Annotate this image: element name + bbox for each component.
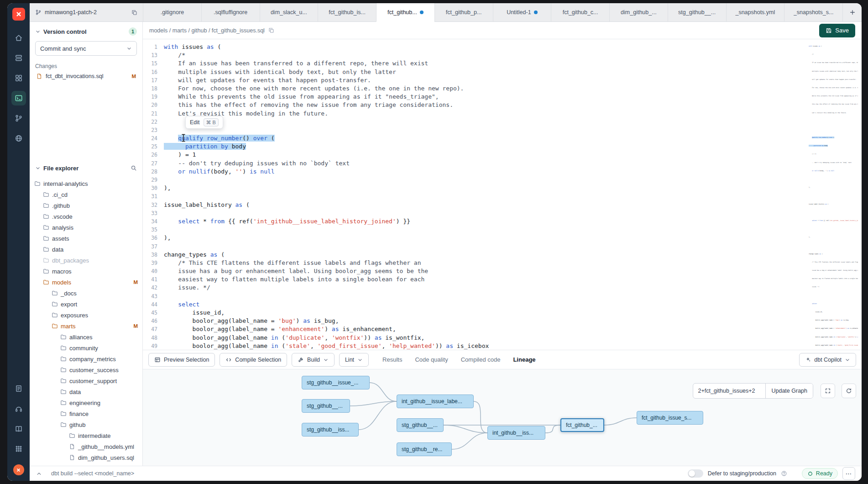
tree-item-data[interactable]: data xyxy=(33,244,140,255)
tree-item-data[interactable]: data xyxy=(33,386,140,397)
branch-widget[interactable]: mirnawong1-patch-2 xyxy=(30,3,143,21)
expand-command-bar-icon[interactable] xyxy=(36,471,42,477)
dbt-logo-bottom-icon[interactable] xyxy=(13,464,24,475)
tree-item-assets[interactable]: assets xyxy=(33,233,140,244)
tree-item-internal-analytics[interactable]: internal-analytics xyxy=(33,178,140,189)
defer-toggle[interactable] xyxy=(688,469,703,478)
panel-tab-compiled-code[interactable]: Compiled code xyxy=(461,350,501,369)
dbt-logo[interactable] xyxy=(12,8,25,21)
lineage-node[interactable]: stg_github__issue_... xyxy=(302,376,370,389)
headset-icon[interactable] xyxy=(11,401,26,416)
file-icon xyxy=(36,73,42,79)
lineage-node[interactable]: stg_github__... xyxy=(302,399,350,413)
tab-dim-github[interactable]: dim_github_... xyxy=(609,3,668,21)
help-icon[interactable] xyxy=(781,470,787,477)
file-explorer-header[interactable]: File explorer xyxy=(30,159,142,177)
more-options-button[interactable]: ⋯ xyxy=(842,467,855,480)
tree-item-engineering[interactable]: engineering xyxy=(33,397,140,408)
lineage-canvas[interactable]: stg_github__issue_...stg_github__...stg_… xyxy=(143,369,862,466)
panel-tab-lineage[interactable]: Lineage xyxy=(513,350,535,369)
tab-Untitled-1[interactable]: Untitled-1 xyxy=(493,3,551,21)
stack-icon[interactable] xyxy=(11,51,26,65)
apps-icon[interactable] xyxy=(11,442,26,456)
branch-icon[interactable] xyxy=(11,111,26,126)
edit-tooltip[interactable]: Edit ⌘ B xyxy=(185,116,223,129)
code-line: or nullif(body, '') is null xyxy=(164,168,275,176)
tab-stg-github[interactable]: stg_github__... xyxy=(668,3,726,21)
save-button[interactable]: Save xyxy=(819,24,855,37)
tree-item-customer-success[interactable]: customer_success xyxy=(33,364,140,375)
dbt-copilot-button[interactable]: dbt Copilot xyxy=(799,353,856,367)
tab-dim-slack-u[interactable]: dim_slack_u... xyxy=(260,3,318,21)
lineage-node[interactable]: fct_github_issue_s... xyxy=(637,411,703,425)
commit-and-sync-button[interactable]: Commit and sync xyxy=(35,41,137,56)
fullscreen-icon[interactable] xyxy=(821,384,835,398)
lineage-node[interactable]: fct_github_... xyxy=(560,418,604,432)
tab-snapshots-s[interactable]: _snapshots_s... xyxy=(784,3,842,21)
notebook-icon[interactable] xyxy=(11,381,26,396)
line-number: 28 xyxy=(143,168,164,176)
tab-fct-github[interactable]: fct_github... xyxy=(376,3,434,22)
home-icon[interactable] xyxy=(11,31,26,45)
tree-item-macros[interactable]: macros xyxy=(33,266,140,277)
new-tab-button[interactable] xyxy=(842,3,862,21)
status-badge[interactable]: Ready xyxy=(802,468,838,479)
tab-fct-github-c[interactable]: fct_github_c... xyxy=(551,3,609,21)
tab-fct-github-p[interactable]: fct_github_p... xyxy=(434,3,493,21)
changed-file[interactable]: fct_dbt_invocations.sqlM xyxy=(35,69,137,83)
tree-item-models[interactable]: modelsM xyxy=(33,277,140,288)
tree-item-community[interactable]: community xyxy=(33,342,140,353)
code-editor[interactable]: 1with issues as (13 /*15 If an issue has… xyxy=(143,39,862,350)
selector-input[interactable] xyxy=(693,384,765,398)
grid-icon[interactable] xyxy=(11,71,26,85)
tree-item-github[interactable]: .github xyxy=(33,200,140,211)
tree-item-exposures[interactable]: exposures xyxy=(33,310,140,321)
tree-item-export[interactable]: export xyxy=(33,299,140,310)
tab-sqlfluffignore[interactable]: .sqlfluffignore xyxy=(201,3,260,21)
tree-item-github[interactable]: github xyxy=(33,419,140,430)
tree-item-customer-support[interactable]: customer_support xyxy=(33,375,140,386)
tab-gitignore[interactable]: .gitignore xyxy=(143,3,201,21)
tree-item-dbt-packages[interactable]: dbt_packages xyxy=(33,255,140,266)
tree-item-intermediate[interactable]: intermediate xyxy=(33,430,140,441)
tab-fct-github-is[interactable]: fct_github_is... xyxy=(318,3,376,21)
tree-item-marts[interactable]: martsM xyxy=(33,321,140,331)
changed-file-name: fct_dbt_invocations.sql xyxy=(46,73,103,79)
refresh-icon[interactable] xyxy=(842,384,856,398)
tree-item-dim-github-users-sql[interactable]: dim_github_users.sql xyxy=(33,452,140,463)
tab-snapshots-yml[interactable]: _snapshots.yml xyxy=(726,3,784,21)
tree-item-finance[interactable]: finance xyxy=(33,408,140,419)
rail-top xyxy=(11,31,26,146)
lineage-node[interactable]: stg_github__... xyxy=(397,418,444,432)
panel-tab-results[interactable]: Results xyxy=(382,350,402,369)
lineage-node[interactable]: stg_github__re... xyxy=(397,442,452,456)
tree-item-vscode[interactable]: .vscode xyxy=(33,211,140,222)
compile-selection-button[interactable]: Compile Selection xyxy=(220,353,287,367)
ide-icon[interactable] xyxy=(11,91,26,105)
tree-item-analysis[interactable]: analysis xyxy=(33,222,140,233)
tree-item-company-metrics[interactable]: company_metrics xyxy=(33,353,140,364)
version-control-header[interactable]: Version control 1 xyxy=(35,27,137,36)
command-preview[interactable]: dbt build --select <model_name> xyxy=(51,470,134,477)
chevron-down-icon xyxy=(845,357,850,363)
lint-button[interactable]: Lint xyxy=(339,353,369,367)
tree-item-docs[interactable]: _docs xyxy=(33,288,140,299)
panel-tab-code-quality[interactable]: Code quality xyxy=(415,350,448,369)
search-icon[interactable] xyxy=(131,165,137,171)
lineage-node[interactable]: stg_github__iss... xyxy=(302,423,359,437)
lineage-node[interactable]: int_github__issue_labe... xyxy=(397,395,474,408)
sparkle-icon xyxy=(805,357,811,363)
copy-path-icon[interactable] xyxy=(268,27,274,33)
tree-item-github-models-yml[interactable]: _github__models.yml xyxy=(33,441,140,452)
tree-item-ci-cd[interactable]: .ci_cd xyxy=(33,189,140,200)
build-button[interactable]: Build xyxy=(292,353,335,367)
lineage-node[interactable]: int_github__iss... xyxy=(487,426,545,440)
tree-item-label: data xyxy=(69,389,81,395)
copy-branch-icon[interactable] xyxy=(131,10,137,16)
preview-selection-button[interactable]: Preview Selection xyxy=(148,353,215,367)
update-graph-button[interactable]: Update Graph xyxy=(765,384,813,398)
tree-item-label: dbt_packages xyxy=(52,257,89,264)
book-icon[interactable] xyxy=(11,421,26,436)
tree-item-alliances[interactable]: alliances xyxy=(33,331,140,342)
globe-icon[interactable] xyxy=(11,131,26,146)
